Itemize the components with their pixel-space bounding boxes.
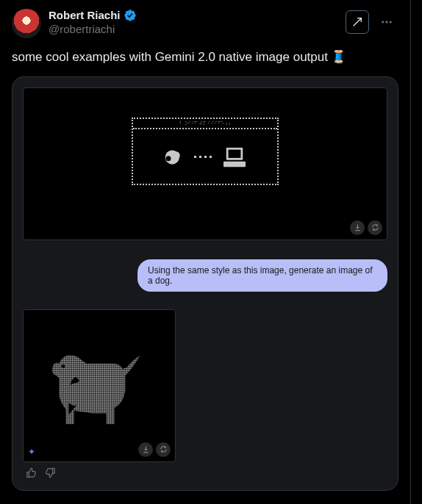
thumbs-up-button[interactable] (24, 467, 37, 480)
more-options-button[interactable] (375, 10, 398, 34)
refresh-icon (371, 223, 379, 231)
grok-button[interactable] (346, 10, 369, 34)
svg-rect-7 (229, 149, 241, 157)
user-info: Robert Riachi @robertriachi (49, 9, 137, 37)
header-actions (346, 10, 398, 34)
name-row[interactable]: Robert Riachi (49, 9, 137, 23)
thumbs-down-button[interactable] (43, 467, 57, 480)
sparkle-icon: ✦ (28, 447, 35, 457)
avatar-image (12, 9, 41, 38)
download-icon (354, 223, 362, 231)
generated-image-panel[interactable]: ✦ (23, 309, 176, 462)
tweet-container: Robert Riachi @robertriachi some cool ex… (0, 0, 411, 504)
ascii-titlebar: ⠃ ⠕⠊⠊⠋ ⠞⠏ ⠊⠊⠊⠋⠑⠰⠰ (133, 119, 277, 129)
refresh-icon (160, 445, 168, 453)
svg-point-11 (61, 364, 65, 368)
svg-point-2 (390, 21, 392, 24)
thumbs-up-icon (26, 467, 37, 478)
panel-buttons-top (350, 220, 382, 235)
prompt-text: Using the same style as this image, gene… (148, 265, 373, 286)
svg-rect-8 (223, 161, 246, 167)
source-image-panel[interactable]: ⠃ ⠕⠊⠊⠋ ⠞⠏ ⠊⠊⠊⠋⠑⠰⠰ (23, 87, 387, 240)
download-button[interactable] (138, 442, 153, 457)
svg-point-4 (172, 151, 180, 159)
thread-emoji-icon: 🧵 (331, 50, 346, 64)
ascii-body (133, 129, 277, 185)
refresh-button[interactable] (368, 220, 382, 235)
refresh-button[interactable] (156, 442, 171, 457)
grok-icon (351, 16, 363, 28)
user-prompt-bubble: Using the same style as this image, gene… (137, 259, 387, 292)
svg-point-5 (166, 156, 171, 161)
ellipsis-icon (380, 15, 393, 29)
display-name: Robert Riachi (49, 9, 121, 23)
verified-badge-icon (124, 9, 137, 22)
handle[interactable]: @robertriachi (49, 23, 137, 37)
svg-point-1 (386, 21, 388, 24)
panel-buttons-bottom (138, 442, 171, 457)
dog-ascii-art (39, 334, 160, 437)
tweet-text: some cool examples with Gemini 2.0 nativ… (12, 48, 398, 66)
connection-dots (194, 156, 212, 158)
computer-icon (222, 146, 247, 168)
tweet-text-content: some cool examples with Gemini 2.0 nativ… (12, 50, 328, 64)
thumbs-down-icon (45, 467, 56, 478)
feedback-row (23, 467, 387, 480)
tweet-header: Robert Riachi @robertriachi (12, 9, 398, 38)
ascii-art-window: ⠃ ⠕⠊⠊⠋ ⠞⠏ ⠊⠊⠊⠋⠑⠰⠰ (132, 118, 279, 185)
svg-point-0 (382, 21, 384, 24)
brain-icon (163, 147, 184, 168)
embedded-card: ⠃ ⠕⠊⠊⠋ ⠞⠏ ⠊⠊⠊⠋⠑⠰⠰ (12, 76, 398, 491)
avatar[interactable] (12, 9, 41, 38)
download-icon (142, 445, 150, 453)
download-button[interactable] (350, 220, 365, 235)
